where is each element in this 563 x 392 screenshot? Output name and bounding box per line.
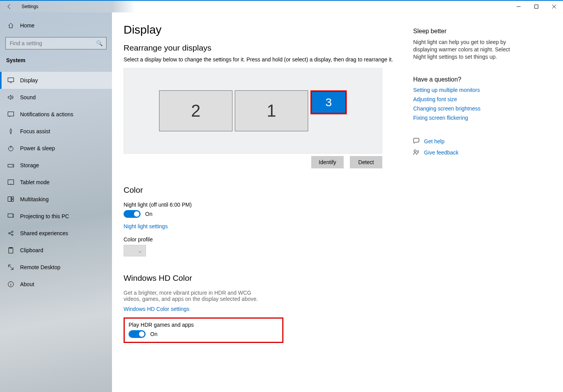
maximize-button[interactable] [527,1,545,12]
sidebar-item-label: Sound [20,94,36,100]
close-icon [552,5,556,8]
sleep-heading: Sleep better [413,28,517,35]
notifications-icon [7,112,15,117]
minimize-button[interactable] [510,1,527,12]
close-button[interactable] [545,1,563,12]
get-help-link: Get help [424,138,444,144]
sound-icon [7,95,15,100]
sidebar-item-label: Storage [20,162,39,168]
remote-icon [7,264,15,270]
multitasking-icon [7,197,15,202]
play-hdr-toggle[interactable] [129,330,146,338]
rearrange-heading: Rearrange your displays [124,43,398,53]
sidebar-item-label: Tablet mode [20,179,49,185]
hdcolor-settings-link[interactable]: Windows HD Color settings [124,306,189,312]
storage-icon [7,163,15,168]
nightlight-toggle[interactable] [124,210,141,218]
detect-button[interactable]: Detect [350,156,382,168]
body: Home 🔍 System Display Sound Notification… [0,12,563,392]
display-buttons: Identify Detect [124,156,382,168]
svg-rect-2 [8,112,14,116]
titlebar: Settings [0,1,563,12]
sleep-text: Night light can help you get to sleep by… [413,39,517,61]
focus-icon [7,128,15,134]
svg-rect-0 [535,5,538,8]
chevron-down-icon: ⌄ [138,248,142,254]
settings-window: Settings Home 🔍 System Display Sound Not… [0,0,563,392]
help-link-monitors[interactable]: Setting up multiple monitors [413,87,480,93]
monitor-2[interactable]: 2 [159,90,232,131]
svg-point-12 [8,232,10,234]
power-icon [7,145,15,151]
help-link-brightness[interactable]: Changing screen brightness [413,105,480,112]
play-hdr-label: Play HDR games and apps [129,322,278,328]
color-heading: Color [124,185,398,195]
sidebar-item-label: Shared experiences [20,230,68,236]
svg-point-14 [12,234,13,236]
feedback-icon [413,149,419,156]
hdr-highlight: Play HDR games and apps On [124,317,283,343]
hdcolor-heading: Windows HD Color [124,273,398,283]
give-feedback-row[interactable]: Give feedback [413,149,517,156]
sidebar-item-label: Power & sleep [20,145,55,151]
sidebar-item-projecting[interactable]: Projecting to this PC [0,208,112,225]
sidebar-item-label: Projecting to this PC [20,213,69,219]
hdcolor-desc: Get a brighter, more vibrant picture in … [124,290,266,302]
sidebar-item-label: About [20,281,34,287]
sidebar-item-clipboard[interactable]: Clipboard [0,242,112,259]
projecting-icon [7,214,15,219]
sidebar-item-notifications[interactable]: Notifications & actions [0,106,112,123]
color-profile-label: Color profile [124,236,398,243]
displays-arrangement[interactable]: 2 1 3 [124,68,382,154]
arrow-left-icon [6,3,12,10]
sidebar-item-multitasking[interactable]: Multitasking [0,191,112,208]
help-link-flicker[interactable]: Fixing screen flickering [413,115,468,121]
svg-rect-1 [8,78,14,82]
sidebar-item-about[interactable]: About [0,276,112,293]
window-controls [510,1,563,12]
question-links: Setting up multiple monitors Adjusting f… [413,87,517,121]
color-profile-select[interactable]: ⌄ [124,245,146,256]
give-feedback-link: Give feedback [424,149,459,156]
minimize-icon [517,5,521,8]
window-title: Settings [22,4,38,9]
svg-point-7 [10,183,11,184]
about-icon [7,281,15,287]
get-help-row[interactable]: Get help [413,138,517,145]
aside-panel: Sleep better Night light can help you ge… [409,12,525,392]
sidebar-item-sound[interactable]: Sound [0,89,112,106]
sidebar-item-focus[interactable]: Focus assist [0,123,112,140]
svg-rect-9 [12,197,14,199]
home-button[interactable]: Home [0,18,112,33]
clipboard-icon [7,247,15,253]
back-button[interactable] [0,1,19,12]
identify-button[interactable]: Identify [311,156,344,168]
svg-rect-11 [8,214,13,217]
sidebar-item-remote[interactable]: Remote Desktop [0,259,112,276]
sidebar-item-shared[interactable]: Shared experiences [0,225,112,242]
home-label: Home [20,22,34,29]
sidebar-item-storage[interactable]: Storage [0,157,112,174]
question-heading: Have a question? [413,76,517,83]
sidebar-item-label: Display [20,77,38,83]
home-icon [7,22,15,29]
search-input[interactable] [5,37,107,49]
sidebar-item-tablet[interactable]: Tablet mode [0,174,112,191]
nightlight-label: Night light (off until 6:00 PM) [124,202,398,208]
monitor-3[interactable]: 3 [310,90,347,114]
svg-rect-10 [12,200,14,202]
sidebar-item-label: Remote Desktop [20,264,60,270]
svg-point-5 [12,165,13,166]
sidebar-item-display[interactable]: Display [0,72,112,89]
sidebar-item-power[interactable]: Power & sleep [0,140,112,157]
category-label: System [0,52,112,69]
monitor-1[interactable]: 1 [235,90,308,131]
content: Display Rearrange your displays Select a… [112,12,563,392]
sidebar-item-label: Focus assist [20,128,50,134]
svg-rect-8 [8,197,11,202]
tablet-icon [7,180,15,185]
help-link-font[interactable]: Adjusting font size [413,96,457,102]
nightlight-state: On [145,211,153,217]
nightlight-settings-link[interactable]: Night light settings [124,223,168,229]
search-wrap: 🔍 [0,33,112,52]
